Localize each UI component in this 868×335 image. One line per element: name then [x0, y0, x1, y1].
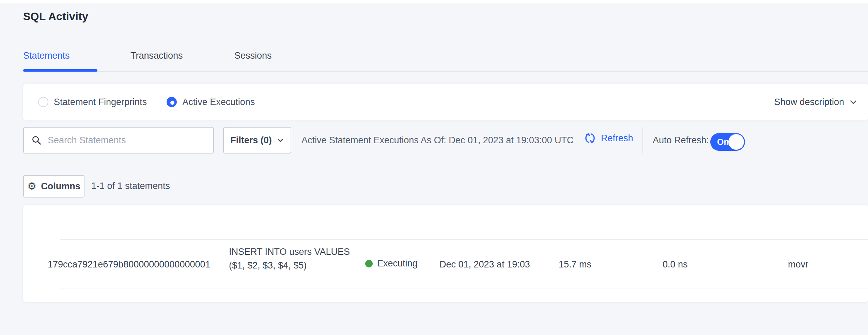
show-description-label: Show description — [774, 97, 844, 107]
status-label: Executing — [377, 258, 418, 269]
refresh-label: Refresh — [601, 133, 633, 144]
refresh-button[interactable]: Refresh — [583, 131, 633, 145]
search-input[interactable] — [48, 135, 206, 146]
statement-line-2: ($1, $2, $3, $4, $5) — [229, 259, 350, 272]
cell-elapsed-time: 15.7 ms — [559, 259, 591, 270]
statements-table: Statement Execution ID Statement Executi… — [23, 205, 868, 302]
auto-refresh-toggle[interactable]: On — [710, 133, 745, 151]
columns-button[interactable]: ⚙ Columns — [23, 175, 84, 198]
tab-sessions[interactable]: Sessions — [234, 50, 272, 61]
filters-label: Filters (0) — [230, 135, 272, 146]
cell-application: movr — [788, 259, 808, 270]
cell-statement-execution[interactable]: INSERT INTO users VALUES ($1, $2, $3, $4… — [229, 245, 350, 272]
radio-label: Statement Fingerprints — [54, 97, 147, 107]
toggle-state-label: On — [717, 137, 729, 147]
radio-statement-fingerprints[interactable]: Statement Fingerprints — [38, 97, 147, 107]
chevron-down-icon — [277, 136, 284, 144]
view-mode-card: Statement Fingerprints Active Executions… — [23, 84, 868, 120]
statement-line-1: INSERT INTO users VALUES — [229, 245, 350, 259]
show-description-toggle[interactable]: Show description — [774, 84, 858, 120]
search-icon — [31, 135, 42, 145]
columns-button-label: Columns — [41, 181, 80, 192]
sql-activity-page: SQL Activity Statements Transactions Ses… — [0, 0, 868, 335]
view-mode-radio-group: Statement Fingerprints Active Executions — [38, 84, 255, 120]
tab-transactions[interactable]: Transactions — [130, 50, 183, 61]
radio-selected-icon[interactable] — [167, 97, 177, 107]
toggle-knob[interactable] — [728, 134, 744, 150]
cell-start-time: Dec 01, 2023 at 19:03 — [439, 259, 530, 270]
radio-unselected-icon[interactable] — [38, 97, 48, 107]
header-divider — [60, 239, 868, 240]
result-count: 1-1 of 1 statements — [91, 181, 170, 191]
status-executing-dot-icon — [365, 260, 373, 267]
tabs-divider — [23, 71, 868, 72]
as-of-timestamp: Active Statement Executions As Of: Dec 0… — [301, 135, 573, 146]
radio-label: Active Executions — [182, 97, 255, 107]
gear-icon: ⚙ — [27, 181, 36, 191]
row-divider — [60, 289, 868, 289]
search-box[interactable] — [23, 127, 214, 154]
top-strip — [0, 0, 868, 3]
auto-refresh-label: Auto Refresh: — [653, 135, 709, 146]
radio-active-executions[interactable]: Active Executions — [167, 97, 255, 107]
refresh-icon — [583, 131, 597, 145]
active-tab-indicator — [23, 69, 97, 72]
vertical-divider — [642, 127, 643, 154]
cell-time-spent-waiting: 0.0 ns — [663, 259, 688, 270]
filters-button[interactable]: Filters (0) — [223, 127, 291, 154]
cell-statement-execution-id[interactable]: 179cca7921e679b80000000000000001 — [48, 259, 210, 270]
chevron-down-icon — [849, 98, 858, 106]
cell-status: Executing — [365, 258, 418, 269]
tab-statements[interactable]: Statements — [23, 50, 70, 61]
page-title: SQL Activity — [23, 10, 88, 23]
